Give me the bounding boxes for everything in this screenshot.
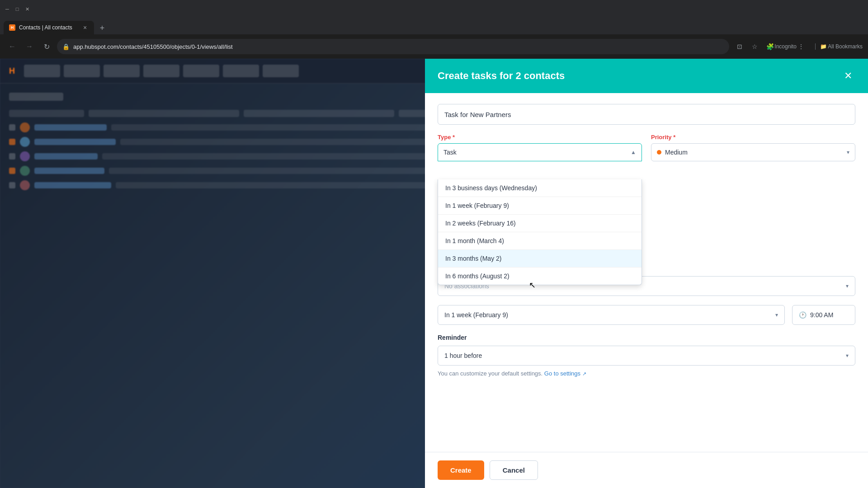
refresh-btn[interactable]: ↻ [40,40,53,53]
hs-checkbox-1 [9,124,15,131]
incognito-label: Incognito [774,43,797,50]
url-text: app.hubspot.com/contacts/45105500/object… [73,43,724,50]
profile-btn[interactable]: Incognito [779,40,793,53]
dropdown-item-2[interactable]: In 2 weeks (February 16) [438,215,642,232]
hs-avatar-5 [20,180,30,190]
hs-checkbox-3 [9,153,15,160]
time-value: 9:00 AM [810,311,833,319]
dropdown-item-5[interactable]: In 6 months (August 2) [438,267,642,285]
hs-avatar-4 [20,166,30,176]
browser-chrome: ─ □ ✕ H Contacts | All contacts × + ← → … [0,0,868,59]
hs-cell-13 [116,182,462,188]
clock-icon: 🕐 [799,311,807,319]
modal-overlay: Create tasks for 2 contacts ✕ Type * [425,59,868,488]
hs-breadcrumb [9,93,63,101]
external-link-icon: ↗ [582,371,586,376]
nav-item-2 [64,65,100,77]
type-input-box[interactable]: Task ▲ [438,143,642,161]
type-chevron-icon: ▲ [631,149,636,155]
modal-header: Create tasks for 2 contacts ✕ [425,59,868,93]
due-date-select[interactable]: In 1 week (February 9) ▾ [438,305,785,325]
browser-tab-active[interactable]: H Contacts | All contacts × [4,21,94,34]
hs-link-2 [34,139,116,145]
create-button[interactable]: Create [438,460,484,480]
reminder-select[interactable]: 1 hour before ▾ [438,346,855,366]
type-priority-row: Type * Task ▲ In 3 business days (Wednes… [438,134,855,267]
address-bar[interactable]: 🔒 app.hubspot.com/contacts/45105500/obje… [57,39,729,54]
time-select[interactable]: 🕐 9:00 AM [792,305,855,325]
dropdown-item-0[interactable]: In 3 business days (Wednesday) [438,179,642,197]
tab-title: Contacts | All contacts [19,24,78,31]
hs-link-1 [34,124,107,131]
reminder-value: 1 hour before [444,352,482,359]
dropdown-item-1[interactable]: In 1 week (February 9) [438,197,642,215]
dropdown-item-4[interactable]: In 3 months (May 2) [438,250,642,267]
nav-item-4 [143,65,179,77]
due-date-row: In 1 week (February 9) ▾ 🕐 9:00 AM [438,305,855,325]
hubspot-favicon: H [9,24,15,31]
go-to-settings-link[interactable]: Go to settings ↗ [544,370,586,377]
hs-avatar-3 [20,151,30,161]
hs-cell-4 [120,139,462,145]
hs-checkbox-4 [9,168,15,174]
due-date-chevron-icon: ▾ [775,312,778,318]
type-label: Type * [438,134,642,141]
modal-body: Type * Task ▲ In 3 business days (Wednes… [425,93,868,452]
bookmarks-label: All Bookmarks [828,43,863,50]
hs-link-5 [34,182,111,188]
modal-footer: Create Cancel [425,452,868,488]
bookmark-btn[interactable]: ☆ [748,40,762,53]
nav-item-7 [263,65,299,77]
type-dropdown-list[interactable]: In 3 business days (Wednesday) In 1 week… [438,179,642,285]
hs-link-3 [34,153,98,160]
tab-bar: H Contacts | All contacts × + [0,18,868,34]
cancel-button[interactable]: Cancel [490,460,538,480]
hs-avatar-1 [20,122,30,132]
window-controls: ─ □ ✕ [4,5,31,13]
forward-btn[interactable]: → [23,40,36,53]
more-btn[interactable]: ⋮ [794,40,808,53]
due-date-value: In 1 week (February 9) [444,311,508,319]
cast-btn[interactable]: ⊡ [733,40,746,53]
hs-cell-7 [102,153,456,160]
nav-item-5 [183,65,219,77]
type-value: Task [443,149,457,156]
nav-item-3 [104,65,140,77]
hs-checkbox-5 [9,182,15,188]
priority-select[interactable]: Medium ▾ [651,143,855,161]
nav-item-1 [24,65,60,77]
hs-cell-1 [111,124,462,131]
close-window-btn[interactable]: ✕ [24,5,31,13]
toolbar-actions: ⊡ ☆ 🧩 Incognito ⋮ [733,40,808,53]
settings-note: You can customize your default settings.… [438,370,855,377]
hubspot-nav [24,65,299,77]
hs-th-2 [244,110,394,117]
modal-title: Create tasks for 2 contacts [438,70,565,82]
priority-chevron-icon: ▾ [847,149,849,155]
modal-panel: Create tasks for 2 contacts ✕ Type * [425,59,868,488]
task-name-input[interactable] [438,104,855,125]
priority-label: Priority * [651,134,855,141]
nav-item-6 [223,65,259,77]
dropdown-item-3[interactable]: In 1 month (March 4) [438,232,642,250]
hs-th-check [9,110,84,117]
hs-link-4 [34,168,104,174]
priority-dot-icon [657,150,661,155]
hs-th-1 [89,110,239,117]
title-bar: ─ □ ✕ [0,0,868,18]
hubspot-logo: H [9,66,15,76]
reminder-section-label: Reminder [438,334,855,341]
priority-value: Medium [665,149,843,156]
type-field-group: Type * Task ▲ In 3 business days (Wednes… [438,134,642,267]
back-btn[interactable]: ← [5,40,19,53]
hs-cell-10 [109,168,460,174]
browser-toolbar: ← → ↻ 🔒 app.hubspot.com/contacts/4510550… [0,34,868,59]
new-tab-btn[interactable]: + [96,22,108,34]
maximize-btn[interactable]: □ [14,5,21,13]
tab-close-btn[interactable]: × [81,24,89,31]
main-area: H [0,59,868,488]
hs-avatar-2 [20,137,30,147]
minimize-btn[interactable]: ─ [4,5,11,13]
modal-close-btn[interactable]: ✕ [841,69,855,83]
type-dropdown-container: Task ▲ In 3 business days (Wednesday) In… [438,143,642,267]
